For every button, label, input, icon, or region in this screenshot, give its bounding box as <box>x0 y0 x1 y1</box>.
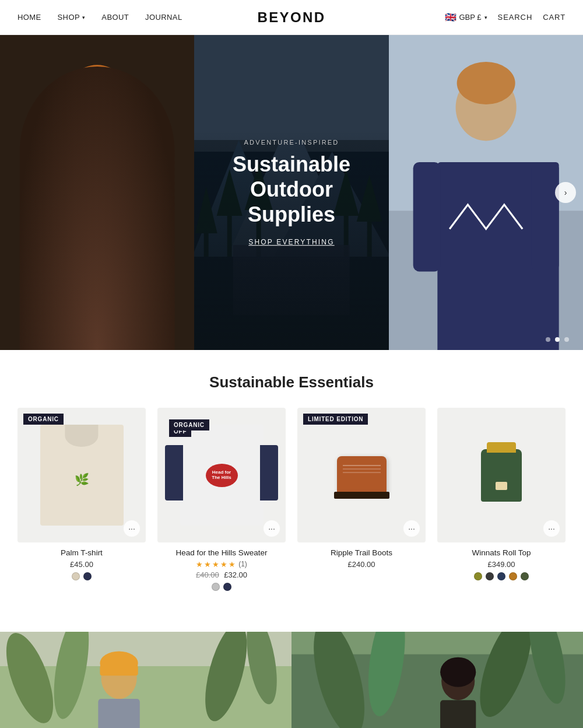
hero-cta[interactable]: SHOP EVERYTHING <box>233 238 350 246</box>
svg-point-1 <box>48 83 146 192</box>
svg-marker-20 <box>357 175 382 222</box>
product-badge-organic: ORGANIC <box>23 414 64 425</box>
swatch-sand[interactable] <box>72 572 80 580</box>
sale-price: £32.00 <box>224 570 247 579</box>
carousel-dots <box>546 337 569 342</box>
product-price-2: £40.00 £32.00 <box>157 570 286 579</box>
site-logo[interactable]: BEYOND <box>257 9 325 26</box>
sweater-graphic: Head for The Hills <box>180 425 264 526</box>
product-card-backpack: ··· Winnats Roll Top £349.00 <box>431 408 571 603</box>
bottom-banner <box>0 632 583 728</box>
product-name-4: Winnats Roll Top <box>437 548 566 557</box>
product-price-3: £240.00 <box>297 560 426 569</box>
svg-rect-28 <box>413 162 440 271</box>
hero-carousel: ADVENTURE-INSPIRED Sustainable Outdoor S… <box>0 35 583 350</box>
carousel-next-button[interactable]: › <box>555 182 576 203</box>
backpack-graphic <box>463 425 540 526</box>
swatch-navy2[interactable] <box>223 583 231 591</box>
swatch-navy[interactable] <box>83 572 92 580</box>
product-more-button-3[interactable]: ··· <box>403 520 420 537</box>
hero-panel-left <box>0 35 194 350</box>
svg-rect-29 <box>531 162 559 271</box>
leaf-icon: 🌿 <box>76 473 87 487</box>
essentials-section: Sustainable Essentials ORGANIC 🌿 ··· Pal… <box>0 350 583 620</box>
product-badge-organic2: ORGANIC <box>169 419 209 430</box>
product-image-palm-tshirt[interactable]: ORGANIC 🌿 ··· <box>17 408 146 542</box>
svg-rect-48 <box>440 700 476 728</box>
product-name-2: Head for the Hills Sweater <box>157 548 286 557</box>
hero-left-svg <box>0 35 194 350</box>
products-grid: ORGANIC 🌿 ··· Palm T-shirt £45.00 20% OF… <box>0 408 583 620</box>
review-count: (1) <box>238 560 247 569</box>
star-rating: ★ ★ ★ ★ ★ (1) <box>157 560 286 569</box>
svg-rect-39 <box>98 699 139 728</box>
color-swatches <box>17 572 146 580</box>
nav-journal[interactable]: JOURNAL <box>145 13 182 22</box>
svg-point-5 <box>82 202 113 232</box>
tshirt-graphic: 🌿 <box>40 425 124 526</box>
product-name-3: Ripple Trail Boots <box>297 548 426 557</box>
banner-left-image <box>0 632 292 728</box>
cart-link[interactable]: CART <box>543 13 566 22</box>
hero-panel-center: ADVENTURE-INSPIRED Sustainable Outdoor S… <box>194 35 388 350</box>
swatch-mustard[interactable] <box>509 572 517 580</box>
product-image-backpack[interactable]: ··· <box>437 408 566 542</box>
carousel-dot-3[interactable] <box>564 337 569 342</box>
swatch-olive[interactable] <box>474 572 482 580</box>
product-image-boots[interactable]: LIMITED EDITION ··· <box>297 408 426 542</box>
search-link[interactable]: SEARCH <box>498 13 533 22</box>
nav-about[interactable]: ABOUT <box>101 13 129 22</box>
product-image-sweater[interactable]: 20% OFF ORGANIC Head for The Hills ··· <box>157 408 286 542</box>
hero-text: ADVENTURE-INSPIRED Sustainable Outdoor S… <box>233 139 350 246</box>
svg-point-26 <box>456 62 515 104</box>
product-price: £45.00 <box>17 560 146 569</box>
product-more-button-2[interactable]: ··· <box>264 520 280 537</box>
banner-left[interactable] <box>0 632 292 728</box>
hero-image-center: ADVENTURE-INSPIRED Sustainable Outdoor S… <box>194 35 388 350</box>
svg-point-2 <box>64 65 131 138</box>
svg-point-3 <box>72 96 122 155</box>
product-card-palm-tshirt: ORGANIC 🌿 ··· Palm T-shirt £45.00 <box>12 408 152 603</box>
product-price-4: £349.00 <box>437 560 566 569</box>
hero-image-left <box>0 35 194 350</box>
color-swatches-4 <box>437 572 566 580</box>
boots-graphic <box>317 428 406 523</box>
color-swatches-2 <box>157 583 286 591</box>
header: HOME SHOP ▾ ABOUT JOURNAL BEYOND 🇬🇧 GBP … <box>0 0 583 35</box>
swatch-charcoal[interactable] <box>486 572 494 580</box>
product-name: Palm T-shirt <box>17 548 146 557</box>
svg-rect-13 <box>227 198 232 257</box>
product-card-boots: LIMITED EDITION ··· Ripple Trail Boots £… <box>292 408 431 603</box>
flag-icon: 🇬🇧 <box>445 12 456 23</box>
shop-chevron-icon: ▾ <box>82 15 85 20</box>
nav-home[interactable]: HOME <box>17 13 41 22</box>
banner-right-image <box>292 632 583 728</box>
swatch-forest[interactable] <box>521 572 529 580</box>
product-card-sweater: 20% OFF ORGANIC Head for The Hills ··· H… <box>152 408 292 603</box>
carousel-dot-1[interactable] <box>546 337 550 342</box>
currency-selector[interactable]: 🇬🇧 GBP £ ▾ <box>445 12 487 23</box>
currency-label: GBP £ <box>459 13 482 22</box>
hero-title: Sustainable Outdoor Supplies <box>233 152 350 228</box>
section-title: Sustainable Essentials <box>0 350 583 408</box>
svg-rect-22 <box>194 35 388 140</box>
swatch-slate[interactable] <box>497 572 505 580</box>
nav-shop[interactable]: SHOP ▾ <box>58 13 86 22</box>
product-more-button-4[interactable]: ··· <box>543 520 560 537</box>
svg-point-47 <box>440 657 476 687</box>
hero-sub-label: ADVENTURE-INSPIRED <box>233 139 350 146</box>
svg-rect-0 <box>0 35 194 350</box>
product-more-button[interactable]: ··· <box>124 520 140 537</box>
sweater-logo: Head for The Hills <box>206 464 238 487</box>
original-price: £40.00 <box>196 570 219 579</box>
carousel-dot-2[interactable] <box>555 337 560 342</box>
nav-right: 🇬🇧 GBP £ ▾ SEARCH CART <box>445 12 566 23</box>
nav-left: HOME SHOP ▾ ABOUT JOURNAL <box>17 13 182 22</box>
svg-rect-11 <box>204 210 209 257</box>
banner-right[interactable] <box>292 632 583 728</box>
svg-rect-21 <box>233 245 350 315</box>
hero-panel-right <box>389 35 583 350</box>
product-badge-limited: LIMITED EDITION <box>303 414 368 425</box>
hero-right-svg <box>389 35 583 350</box>
swatch-grey[interactable] <box>212 583 220 591</box>
